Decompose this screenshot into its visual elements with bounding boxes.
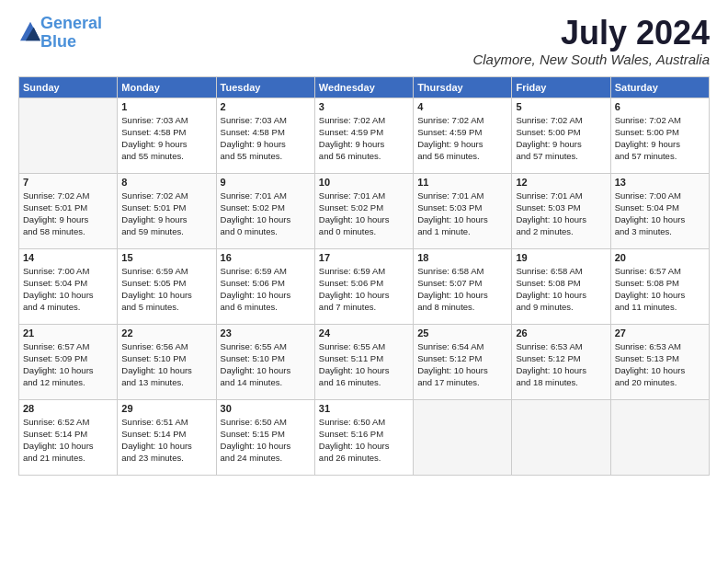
day-info: Sunrise: 7:02 AM Sunset: 4:59 PM Dayligh… [319, 114, 409, 163]
day-number: 12 [516, 177, 606, 188]
day-info: Sunrise: 6:56 AM Sunset: 5:10 PM Dayligh… [121, 340, 211, 389]
day-info: Sunrise: 6:57 AM Sunset: 5:08 PM Dayligh… [615, 265, 705, 314]
week-row-1: 1Sunrise: 7:03 AM Sunset: 4:58 PM Daylig… [19, 98, 710, 173]
day-cell: 6Sunrise: 7:02 AM Sunset: 5:00 PM Daylig… [610, 98, 709, 173]
day-cell: 10Sunrise: 7:01 AM Sunset: 5:02 PM Dayli… [314, 173, 413, 248]
day-number: 9 [221, 177, 311, 188]
day-info: Sunrise: 7:03 AM Sunset: 4:58 PM Dayligh… [221, 114, 311, 163]
header-cell-monday: Monday [118, 76, 216, 98]
day-number: 4 [417, 101, 507, 112]
day-number: 24 [319, 327, 409, 339]
day-cell: 17Sunrise: 6:59 AM Sunset: 5:06 PM Dayli… [314, 248, 413, 324]
header-row: SundayMondayTuesdayWednesdayThursdayFrid… [19, 76, 710, 98]
day-info: Sunrise: 6:55 AM Sunset: 5:10 PM Dayligh… [221, 340, 311, 389]
day-cell: 11Sunrise: 7:01 AM Sunset: 5:03 PM Dayli… [414, 173, 512, 248]
day-number: 16 [221, 252, 311, 263]
day-cell: 19Sunrise: 6:58 AM Sunset: 5:08 PM Dayli… [512, 248, 610, 324]
day-cell [512, 399, 610, 475]
day-cell: 1Sunrise: 7:03 AM Sunset: 4:58 PM Daylig… [118, 98, 216, 173]
calendar-table: SundayMondayTuesdayWednesdayThursdayFrid… [18, 76, 710, 476]
day-cell: 23Sunrise: 6:55 AM Sunset: 5:10 PM Dayli… [216, 324, 314, 399]
location: Claymore, New South Wales, Australia [472, 52, 710, 67]
day-number: 17 [319, 252, 409, 263]
day-info: Sunrise: 6:50 AM Sunset: 5:15 PM Dayligh… [221, 416, 311, 465]
day-cell: 9Sunrise: 7:01 AM Sunset: 5:02 PM Daylig… [216, 173, 314, 248]
header-cell-friday: Friday [512, 76, 610, 98]
day-cell [19, 98, 118, 173]
day-number: 18 [417, 252, 507, 263]
day-cell: 25Sunrise: 6:54 AM Sunset: 5:12 PM Dayli… [414, 324, 512, 399]
day-cell: 28Sunrise: 6:52 AM Sunset: 5:14 PM Dayli… [19, 399, 118, 475]
day-info: Sunrise: 7:02 AM Sunset: 5:01 PM Dayligh… [121, 190, 211, 238]
day-info: Sunrise: 6:59 AM Sunset: 5:06 PM Dayligh… [221, 265, 311, 314]
day-number: 10 [319, 177, 409, 188]
day-number: 13 [615, 177, 705, 188]
day-cell: 20Sunrise: 6:57 AM Sunset: 5:08 PM Dayli… [610, 248, 709, 324]
day-number: 14 [23, 252, 113, 263]
header: General Blue July 2024 Claymore, New Sou… [18, 15, 710, 67]
day-cell: 29Sunrise: 6:51 AM Sunset: 5:14 PM Dayli… [118, 399, 216, 475]
day-info: Sunrise: 6:54 AM Sunset: 5:12 PM Dayligh… [417, 340, 507, 389]
day-number: 29 [121, 403, 211, 414]
day-info: Sunrise: 7:02 AM Sunset: 5:00 PM Dayligh… [615, 114, 705, 163]
day-cell: 8Sunrise: 7:02 AM Sunset: 5:01 PM Daylig… [118, 173, 216, 248]
day-info: Sunrise: 7:00 AM Sunset: 5:04 PM Dayligh… [23, 265, 113, 314]
day-info: Sunrise: 7:02 AM Sunset: 5:01 PM Dayligh… [23, 190, 113, 238]
day-number: 31 [319, 403, 409, 414]
day-cell: 15Sunrise: 6:59 AM Sunset: 5:05 PM Dayli… [118, 248, 216, 324]
day-cell: 3Sunrise: 7:02 AM Sunset: 4:59 PM Daylig… [314, 98, 413, 173]
day-cell: 26Sunrise: 6:53 AM Sunset: 5:12 PM Dayli… [512, 324, 610, 399]
day-number: 26 [516, 327, 606, 339]
logo-line1: General [40, 14, 102, 32]
day-number: 19 [516, 252, 606, 263]
day-number: 22 [121, 327, 211, 339]
day-info: Sunrise: 6:57 AM Sunset: 5:09 PM Dayligh… [23, 340, 113, 389]
day-info: Sunrise: 7:01 AM Sunset: 5:02 PM Dayligh… [319, 190, 409, 238]
day-number: 2 [221, 101, 311, 112]
week-row-5: 28Sunrise: 6:52 AM Sunset: 5:14 PM Dayli… [19, 399, 710, 475]
day-cell [610, 399, 709, 475]
day-cell: 30Sunrise: 6:50 AM Sunset: 5:15 PM Dayli… [216, 399, 314, 475]
week-row-3: 14Sunrise: 7:00 AM Sunset: 5:04 PM Dayli… [19, 248, 710, 324]
header-cell-sunday: Sunday [19, 76, 118, 98]
day-number: 25 [417, 327, 507, 339]
header-cell-wednesday: Wednesday [314, 76, 413, 98]
header-cell-thursday: Thursday [414, 76, 512, 98]
day-info: Sunrise: 6:59 AM Sunset: 5:06 PM Dayligh… [319, 265, 409, 314]
day-info: Sunrise: 6:59 AM Sunset: 5:05 PM Dayligh… [121, 265, 211, 314]
day-cell: 22Sunrise: 6:56 AM Sunset: 5:10 PM Dayli… [118, 324, 216, 399]
day-number: 27 [615, 327, 705, 339]
day-info: Sunrise: 6:58 AM Sunset: 5:08 PM Dayligh… [516, 265, 606, 314]
day-number: 11 [417, 177, 507, 188]
day-cell: 18Sunrise: 6:58 AM Sunset: 5:07 PM Dayli… [414, 248, 512, 324]
day-cell: 31Sunrise: 6:50 AM Sunset: 5:16 PM Dayli… [314, 399, 413, 475]
day-info: Sunrise: 6:52 AM Sunset: 5:14 PM Dayligh… [23, 416, 113, 465]
page: General Blue July 2024 Claymore, New Sou… [0, 0, 728, 563]
day-cell: 7Sunrise: 7:02 AM Sunset: 5:01 PM Daylig… [19, 173, 118, 248]
day-cell: 16Sunrise: 6:59 AM Sunset: 5:06 PM Dayli… [216, 248, 314, 324]
day-number: 28 [23, 403, 113, 414]
day-number: 5 [516, 101, 606, 112]
day-info: Sunrise: 6:51 AM Sunset: 5:14 PM Dayligh… [121, 416, 211, 465]
title-area: July 2024 Claymore, New South Wales, Aus… [472, 15, 710, 67]
day-number: 30 [221, 403, 311, 414]
day-cell: 27Sunrise: 6:53 AM Sunset: 5:13 PM Dayli… [610, 324, 709, 399]
day-info: Sunrise: 6:50 AM Sunset: 5:16 PM Dayligh… [319, 416, 409, 465]
day-info: Sunrise: 7:01 AM Sunset: 5:03 PM Dayligh… [417, 190, 507, 238]
day-cell: 5Sunrise: 7:02 AM Sunset: 5:00 PM Daylig… [512, 98, 610, 173]
day-number: 3 [319, 101, 409, 112]
day-cell: 21Sunrise: 6:57 AM Sunset: 5:09 PM Dayli… [19, 324, 118, 399]
day-cell: 14Sunrise: 7:00 AM Sunset: 5:04 PM Dayli… [19, 248, 118, 324]
day-info: Sunrise: 6:58 AM Sunset: 5:07 PM Dayligh… [417, 265, 507, 314]
day-cell: 13Sunrise: 7:00 AM Sunset: 5:04 PM Dayli… [610, 173, 709, 248]
day-cell: 4Sunrise: 7:02 AM Sunset: 4:59 PM Daylig… [414, 98, 512, 173]
day-cell: 12Sunrise: 7:01 AM Sunset: 5:03 PM Dayli… [512, 173, 610, 248]
day-info: Sunrise: 6:55 AM Sunset: 5:11 PM Dayligh… [319, 340, 409, 389]
day-info: Sunrise: 6:53 AM Sunset: 5:13 PM Dayligh… [615, 340, 705, 389]
day-number: 20 [615, 252, 705, 263]
day-number: 8 [121, 177, 211, 188]
day-number: 6 [615, 101, 705, 112]
month-title: July 2024 [472, 15, 710, 52]
header-cell-tuesday: Tuesday [216, 76, 314, 98]
day-info: Sunrise: 7:01 AM Sunset: 5:02 PM Dayligh… [221, 190, 311, 238]
